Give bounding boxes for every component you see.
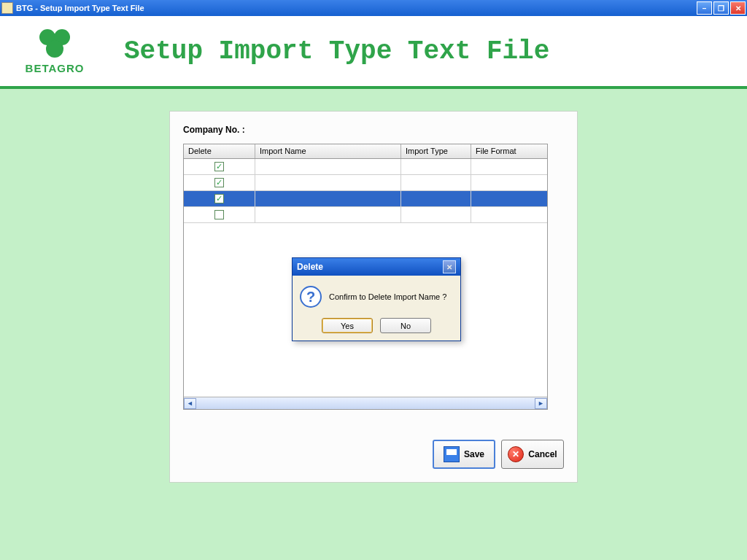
cancel-icon: ✕	[508, 446, 524, 462]
logo-text: BETAGRO	[15, 62, 95, 74]
delete-checkbox[interactable]	[214, 210, 224, 219]
action-row: Save ✕ Cancel	[433, 440, 564, 469]
window-titlebar: BTG - Setup Import Type Text File – ❐ ✕	[0, 0, 747, 16]
dialog-message: Confirm to Delete Import Name ?	[329, 292, 446, 301]
cell-import-name[interactable]	[255, 175, 401, 190]
cell-import-name[interactable]	[255, 191, 401, 206]
cell-file-format[interactable]	[471, 159, 547, 174]
company-label: Company No. :	[183, 125, 245, 135]
table-row[interactable]	[184, 207, 547, 223]
table-row[interactable]: ✓	[184, 191, 547, 207]
delete-checkbox[interactable]: ✓	[214, 162, 224, 171]
horizontal-scrollbar[interactable]: ◄ ►	[184, 397, 547, 409]
col-import-name[interactable]: Import Name	[255, 144, 401, 158]
cell-import-name[interactable]	[255, 207, 401, 222]
delete-checkbox[interactable]: ✓	[214, 194, 224, 203]
col-import-type[interactable]: Import Type	[401, 144, 471, 158]
window-title: BTG - Setup Import Type Text File	[16, 4, 697, 12]
scroll-left-icon[interactable]: ◄	[184, 398, 196, 409]
cancel-button[interactable]: ✕ Cancel	[501, 440, 564, 469]
save-button[interactable]: Save	[433, 440, 495, 469]
confirm-dialog: Delete ✕ ? Confirm to Delete Import Name…	[292, 257, 461, 341]
minimize-button[interactable]: –	[697, 1, 712, 15]
table-row[interactable]: ✓	[184, 175, 547, 191]
dialog-yes-button[interactable]: Yes	[322, 318, 373, 333]
cell-import-type[interactable]	[401, 191, 471, 206]
save-button-label: Save	[464, 449, 484, 459]
svg-point-2	[46, 40, 63, 58]
dialog-no-button[interactable]: No	[380, 318, 431, 333]
page-title: Setup Import Type Text File	[124, 36, 549, 66]
maximize-button[interactable]: ❐	[713, 1, 729, 15]
table-row[interactable]: ✓	[184, 159, 547, 175]
col-file-format[interactable]: File Format	[471, 144, 547, 158]
cell-import-type[interactable]	[401, 159, 471, 174]
page-header: BETAGRO Setup Import Type Text File	[0, 16, 747, 89]
save-icon	[444, 446, 460, 462]
cell-file-format[interactable]	[471, 207, 547, 222]
dialog-title: Delete	[297, 262, 443, 272]
grid-header: Delete Import Name Import Type File Form…	[184, 144, 547, 159]
cell-file-format[interactable]	[471, 191, 547, 206]
cell-import-name[interactable]	[255, 159, 401, 174]
cell-import-type[interactable]	[401, 207, 471, 222]
cell-import-type[interactable]	[401, 175, 471, 190]
cell-file-format[interactable]	[471, 175, 547, 190]
company-row: Company No. :	[183, 125, 564, 135]
col-delete[interactable]: Delete	[184, 144, 255, 158]
question-icon: ?	[300, 286, 322, 308]
logo-icon	[34, 28, 75, 59]
scroll-right-icon[interactable]: ►	[535, 398, 547, 409]
dialog-titlebar: Delete ✕	[293, 258, 460, 276]
dialog-close-button[interactable]: ✕	[443, 260, 456, 273]
close-button[interactable]: ✕	[730, 1, 746, 15]
logo: BETAGRO	[15, 28, 95, 74]
delete-checkbox[interactable]: ✓	[214, 178, 224, 187]
cancel-button-label: Cancel	[528, 449, 557, 459]
app-icon	[1, 2, 13, 14]
